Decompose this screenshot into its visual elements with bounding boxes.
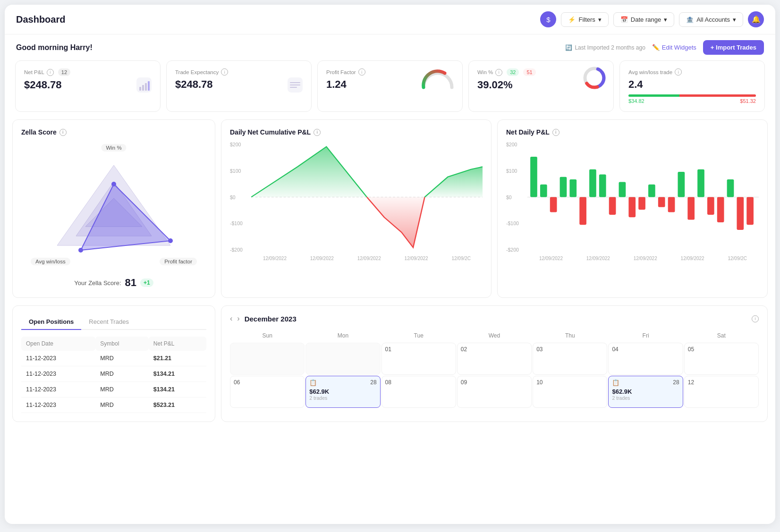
kpi-trade-expectancy-label: Trade Expectancy i	[175, 68, 303, 76]
trade-icon: 📋	[309, 379, 317, 386]
avg-bar-red	[679, 94, 756, 97]
kpi-net-pnl: Net P&L i 12 $248.78	[15, 60, 161, 112]
info-icon[interactable]: i	[59, 129, 67, 136]
col-net-pnl: Net P&L	[149, 337, 206, 351]
svg-rect-39	[707, 197, 714, 215]
svg-rect-32	[638, 197, 645, 210]
date-range-button[interactable]: 📅 Date range ▾	[613, 12, 674, 27]
svg-rect-1	[139, 87, 141, 91]
kpi-te-icon	[287, 76, 304, 96]
calendar-cell[interactable]: 03	[533, 343, 607, 375]
svg-rect-41	[727, 179, 734, 197]
calendar-cell-highlighted[interactable]: 📋 28 $62.9K 2 trades	[608, 376, 683, 408]
trade-icon: 📋	[612, 379, 619, 386]
info-icon[interactable]: i	[358, 68, 365, 76]
col-symbol: Symbol	[95, 337, 148, 351]
info-icon[interactable]: i	[495, 69, 502, 76]
calendar-cell-highlighted[interactable]: 📋 28 $62.9K 2 trades	[305, 376, 380, 408]
calendar-cell[interactable]: 08	[382, 376, 456, 408]
filter-icon: ⚡	[568, 16, 576, 23]
table-row: 11-12-2023 MRD $134.21	[21, 382, 206, 397]
calendar-icon: 📅	[620, 16, 628, 23]
cell-symbol: MRD	[95, 351, 148, 366]
svg-rect-40	[717, 197, 724, 222]
chevron-down-icon: ▾	[664, 16, 667, 23]
kpi-net-pnl-badge: 12	[58, 68, 70, 76]
daily-cumulative-pnl-card: Daily Net Cumulative P&L i $200 $100 $0 …	[221, 119, 492, 298]
col-open-date: Open Date	[21, 337, 95, 351]
calendar-cell[interactable]: 05	[684, 343, 759, 375]
table-row: 11-12-2023 MRD $134.21	[21, 366, 206, 382]
svg-rect-2	[142, 85, 144, 91]
calendar-cell[interactable]: 02	[457, 343, 532, 375]
positions-table: Open Date Symbol Net P&L 11-12-2023 MRD …	[21, 337, 206, 413]
cal-trades: 2 trades	[612, 395, 679, 401]
cell-date: 11-12-2023	[21, 366, 95, 382]
svg-rect-24	[560, 177, 567, 197]
table-row: 11-12-2023 MRD $523.21	[21, 397, 206, 413]
info-icon[interactable]: i	[314, 129, 321, 136]
edit-widgets-button[interactable]: ✏️ Edit Widgets	[652, 44, 696, 51]
cell-pnl: $134.21	[149, 382, 206, 397]
cal-header-sun: Sun	[230, 329, 305, 342]
main-grid: Zella Score i Win % Avg win/loss	[5, 119, 775, 305]
radar-chart: Win % Avg win/loss Profit factor	[21, 142, 206, 274]
cell-symbol: MRD	[95, 382, 148, 397]
net-daily-pnl-card: Net Daily P&L i $200 $100 $0 -$100 -$200	[497, 119, 768, 298]
kpi-win-badge: 32	[507, 68, 519, 76]
info-icon[interactable]: i	[47, 69, 54, 76]
greeting: Good morning Harry!	[16, 43, 93, 52]
info-icon[interactable]: i	[221, 68, 228, 76]
cell-pnl: $523.21	[149, 397, 206, 413]
calendar-prev-button[interactable]: ‹	[230, 314, 232, 323]
kpi-icon	[136, 76, 153, 96]
avg-green-label: $34.82	[628, 98, 644, 104]
svg-rect-25	[569, 179, 577, 197]
tab-recent-trades[interactable]: Recent Trades	[81, 314, 136, 330]
daily-cumulative-title: Daily Net Cumulative P&L i	[230, 128, 483, 136]
cell-pnl: $21.21	[149, 351, 206, 366]
cell-date: 11-12-2023	[21, 382, 95, 397]
calendar-cell[interactable]: 12	[684, 376, 759, 408]
table-row: 11-12-2023 MRD $21.21	[21, 351, 206, 366]
calendar-cell[interactable]: 10	[533, 376, 607, 408]
svg-rect-4	[148, 81, 150, 91]
cell-date: 11-12-2023	[21, 397, 95, 413]
calendar-cell[interactable]: 01	[382, 343, 456, 375]
svg-rect-8	[290, 87, 297, 88]
calendar-cell[interactable]: 04	[608, 343, 683, 375]
notifications-button[interactable]: 🔔	[748, 11, 764, 27]
filters-button[interactable]: ⚡ Filters ▾	[561, 12, 608, 27]
calendar-cell[interactable]: 06	[230, 376, 305, 408]
cal-header-mon: Mon	[305, 329, 380, 342]
info-icon[interactable]: i	[552, 129, 560, 136]
chevron-down-icon: ▾	[598, 16, 602, 23]
bottom-grid: Open Positions Recent Trades Open Date S…	[5, 305, 775, 430]
accounts-button[interactable]: 🏦 All Accounts ▾	[679, 12, 743, 27]
calendar-cell[interactable]: 09	[457, 376, 532, 408]
calendar-info-icon[interactable]: i	[752, 315, 759, 322]
kpi-loss-badge: 51	[523, 68, 535, 76]
kpi-avg-win-loss: Avg win/loss trade i 2.4 $34.82 $51.32	[619, 60, 765, 112]
sub-header: Good morning Harry! 🔄 Last Imported 2 mo…	[5, 34, 775, 60]
profit-factor-gauge	[419, 65, 457, 92]
svg-rect-27	[589, 169, 596, 197]
cell-symbol: MRD	[95, 366, 148, 382]
y-axis: $200 $100 $0 -$100 -$200	[506, 142, 527, 253]
kpi-net-pnl-label: Net P&L i 12	[24, 68, 152, 76]
info-icon[interactable]: i	[675, 68, 682, 76]
radar-svg	[43, 151, 185, 264]
calendar-header: ‹ › December 2023 i	[230, 314, 759, 323]
calendar-next-button[interactable]: ›	[237, 314, 239, 323]
svg-rect-31	[628, 197, 636, 218]
kpi-trade-expectancy-value: $248.78	[175, 78, 303, 91]
currency-button[interactable]: $	[540, 11, 556, 27]
tab-open-positions[interactable]: Open Positions	[21, 314, 81, 330]
svg-rect-36	[678, 172, 685, 197]
avg-labels: $34.82 $51.32	[628, 98, 756, 104]
svg-rect-21	[530, 157, 537, 197]
import-trades-button[interactable]: + Import Trades	[703, 40, 764, 55]
svg-rect-23	[550, 197, 557, 212]
svg-rect-26	[579, 197, 586, 225]
positions-card: Open Positions Recent Trades Open Date S…	[12, 305, 215, 422]
